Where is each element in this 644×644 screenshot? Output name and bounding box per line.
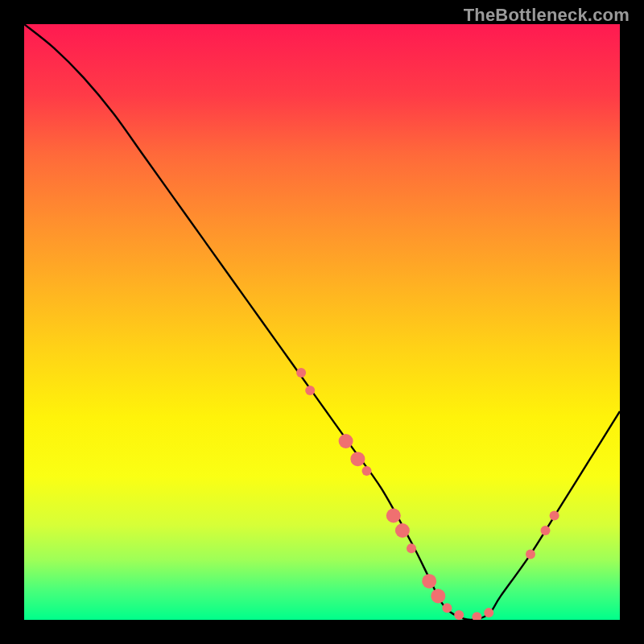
marker-point xyxy=(305,386,315,395)
marker-point xyxy=(484,608,493,617)
marker-point xyxy=(550,511,559,521)
marker-point xyxy=(339,434,353,448)
marker-point xyxy=(526,550,535,559)
marker-point xyxy=(350,452,365,466)
watermark-text: TheBottleneck.com xyxy=(464,5,630,26)
marker-group xyxy=(296,368,559,620)
chart-container: TheBottleneck.com xyxy=(0,0,644,644)
marker-point xyxy=(472,612,481,620)
marker-point xyxy=(431,588,445,603)
marker-point xyxy=(395,523,410,538)
marker-point xyxy=(386,509,401,523)
marker-point xyxy=(407,543,416,553)
marker-point xyxy=(422,574,436,588)
marker-point xyxy=(541,526,551,535)
marker-point xyxy=(362,466,372,476)
marker-point xyxy=(454,610,464,620)
marker-point xyxy=(296,368,306,378)
chart-svg xyxy=(24,24,620,620)
plot-area xyxy=(24,24,620,620)
bottleneck-curve xyxy=(24,24,620,620)
marker-point xyxy=(442,603,452,613)
